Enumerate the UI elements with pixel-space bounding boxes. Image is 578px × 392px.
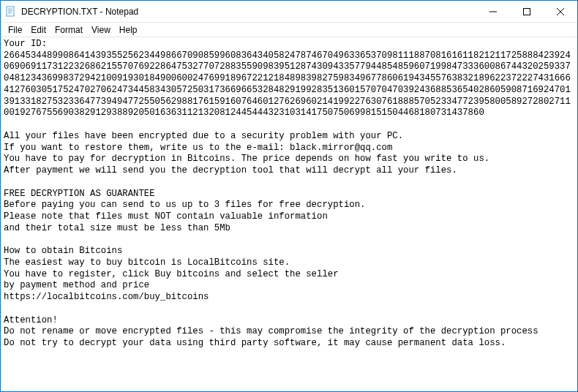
maximize-button[interactable] [510, 1, 544, 22]
menu-view[interactable]: View [87, 23, 115, 37]
id-value: 2664534489908641439355256234498667090859… [4, 50, 574, 119]
pay-msg: You have to pay for decryption in Bitcoi… [4, 154, 574, 165]
howto-line1: The easiest way to buy bitcoin is LocalB… [4, 257, 574, 269]
free-line3: and their total size must be less than 5… [4, 223, 574, 235]
menu-format[interactable]: Format [50, 23, 87, 37]
menu-help[interactable]: Help [115, 23, 142, 37]
menu-file[interactable]: File [4, 23, 26, 37]
howto-line3: by payment method and price [4, 280, 574, 292]
notepad-icon [5, 6, 17, 18]
minimize-button[interactable] [476, 1, 510, 22]
free-line1: Before paying you can send to us up to 3… [4, 200, 574, 211]
free-line2: Please note that files must NOT contain … [4, 211, 574, 223]
attention-line1: Do not rename or move encrypted files - … [4, 326, 574, 338]
notepad-window: DECRYPTION.TXT - Notepad File Edit Forma… [0, 0, 578, 392]
id-label: Your ID: [4, 39, 574, 50]
encrypted-msg: All your files have been encrypted due t… [4, 131, 574, 143]
free-header: FREE DECRYPTION AS GUARANTEE [4, 189, 574, 200]
after-payment-msg: After payment we will send you the decry… [4, 165, 574, 177]
howto-url: https://localbitcoins.com/buy_bitcoins [4, 292, 574, 304]
svg-rect-6 [524, 8, 530, 15]
menu-edit[interactable]: Edit [26, 23, 50, 37]
howto-line2: You have to register, click Buy bitcoins… [4, 269, 574, 281]
window-controls [476, 1, 577, 22]
restore-msg: If you want to restore them, write us to… [4, 143, 574, 154]
howto-header: How to obtain Bitcoins [4, 246, 574, 257]
menubar: File Edit Format View Help [1, 23, 577, 37]
attention-header: Attention! [4, 315, 574, 327]
close-button[interactable] [544, 1, 577, 22]
window-title: DECRYPTION.TXT - Notepad [21, 7, 476, 17]
svg-rect-0 [7, 7, 14, 16]
titlebar: DECRYPTION.TXT - Notepad [1, 1, 577, 23]
text-area[interactable]: Your ID:26645344899086414393552562344986… [1, 37, 577, 391]
attention-line2: Do not try to decrypt your data using th… [4, 338, 574, 350]
